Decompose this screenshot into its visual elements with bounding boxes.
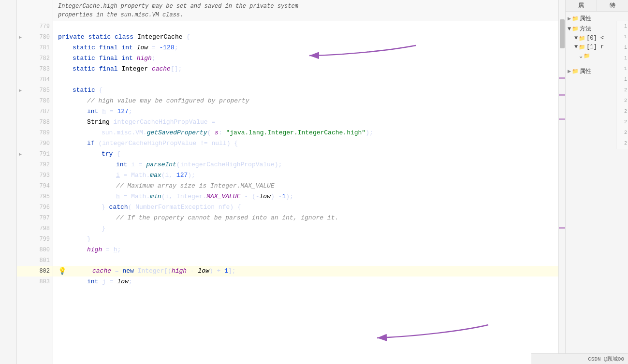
code-line-779 (53, 21, 558, 32)
line-num-792: 792 (17, 160, 53, 170)
code-line-794: // Maximum array size is Integer.MAX_VAL… (53, 181, 558, 191)
line-num-790: 790 (17, 138, 53, 149)
minimap-marker-1 (558, 77, 565, 79)
code-line-797: // If the property cannot be parsed into… (53, 213, 558, 223)
sidebar-item-1-label: [1] r (586, 44, 604, 50)
sidebar-method-label: 方法 (580, 25, 591, 33)
code-line-784 (53, 74, 558, 85)
line-num-801: 801 (17, 255, 53, 266)
code-line-796: } catch( NumberFormatException nfe) { (53, 202, 558, 213)
line-num-787: 787 (17, 106, 53, 117)
rnum-4: 1 (616, 53, 627, 64)
scroll-thumb[interactable] (560, 19, 565, 48)
line-num-800: 800 (17, 245, 53, 255)
minimap-marker-3 (558, 118, 565, 120)
line-num-795: 795 (17, 191, 53, 202)
code-line-798: } (53, 223, 558, 234)
code-line-803: int j = low; (53, 277, 558, 287)
code-line-802: 💡 cache = new Integer[(high - low) + 1]; (53, 266, 558, 277)
line-num-789: 789 (17, 128, 53, 138)
sidebar-tab-attr1[interactable]: 属 (566, 0, 597, 11)
code-line-795: h = Math.min(i, Integer.MAX_VALUE - (-lo… (53, 191, 558, 202)
code-line-800: high = h; (53, 245, 558, 255)
sidebar-attr-bottom-label: 属性 (580, 67, 591, 75)
line-num-785: 785 ▶ (17, 85, 53, 96)
code-line-799: } (53, 234, 558, 245)
line-num-786: 786 (17, 96, 53, 106)
code-line-783: static final Integer cache[]; (53, 64, 558, 74)
code-line-781: static final int low = -128; (53, 43, 558, 53)
line-num-782: 782 (17, 53, 53, 64)
code-line-782: static final int high; (53, 53, 558, 64)
line-num-797: 797 (17, 213, 53, 223)
right-numbers: 1 1 1 1 1 1 2 2 2 2 2 2 (616, 21, 628, 149)
status-text: CSDN @顾城00 (588, 355, 624, 363)
line-num-791: 791 ▶ (17, 149, 53, 160)
line-num-781: 781 (17, 43, 53, 53)
line-num-796: 796 (17, 202, 53, 213)
code-line-785: static { (53, 85, 558, 96)
rnum-10: 2 (616, 117, 627, 128)
code-line-792: int i = parseInt(integerCacheHighPropVal… (53, 160, 558, 170)
code-line-791: try { (53, 149, 558, 160)
code-line-801 (53, 255, 558, 266)
rnum-5: 1 (616, 64, 627, 74)
code-line-780: private static class IntegerCache { (53, 32, 558, 43)
code-line-793: i = Math.max(i, 127); (53, 170, 558, 181)
sidebar-attr-label: 属性 (580, 15, 591, 23)
lightbulb-icon[interactable]: 💡 (58, 266, 66, 277)
line-num-798: 798 (17, 223, 53, 234)
rnum-3: 1 (616, 43, 627, 53)
doc-comment: IntegerCache.high property may be set an… (53, 0, 558, 21)
minimap-marker-2 (558, 94, 565, 96)
code-lines: private static class IntegerCache { stat… (53, 21, 558, 364)
code-line-787: int h = 127; (53, 106, 558, 117)
left-gutter (0, 0, 17, 364)
line-num-788: 788 (17, 117, 53, 128)
rnum-1: 1 (616, 21, 627, 32)
sidebar-tab-attr2[interactable]: 特 (597, 0, 628, 11)
line-num-793: 793 (17, 170, 53, 181)
line-num-799: 799 (17, 234, 53, 245)
code-area: 779 780 ▶ 781 782 783 784 785 ▶ 786 787 … (17, 0, 565, 364)
rnum-6: 1 (616, 74, 627, 85)
right-sidebar: 属 特 ▶ 📁 属性 ▼ 📁 方法 ▼ 📁 [0] < (565, 0, 628, 364)
sidebar-item-0-label: [0] < (586, 35, 604, 42)
rnum-2: 1 (616, 32, 627, 43)
rnum-7: 2 (616, 85, 627, 96)
line-num-780: 780 ▶ (17, 32, 53, 43)
line-num-802: 802 (17, 266, 53, 277)
rnum-8: 2 (616, 96, 627, 106)
rnum-12: 2 (616, 138, 627, 149)
line-num-783: 783 (17, 64, 53, 74)
rnum-11: 2 (616, 128, 627, 138)
code-line-786: // high value may be configured by prope… (53, 96, 558, 106)
line-num-794: 794 (17, 181, 53, 191)
scroll-track[interactable] (558, 0, 565, 364)
line-num-803: 803 (17, 277, 53, 287)
line-num-779: 779 (17, 21, 53, 32)
minimap-marker-4 (558, 227, 565, 229)
line-numbers-col: 779 780 ▶ 781 782 783 784 785 ▶ 786 787 … (17, 21, 53, 287)
code-line-788: String integerCacheHighPropValue = (53, 117, 558, 128)
code-line-790: if (integerCacheHighPropValue != null) { (53, 138, 558, 149)
status-bar: CSDN @顾城00 (531, 353, 628, 364)
rnum-9: 2 (616, 106, 627, 117)
code-line-789: sun.misc.VM.getSavedProperty( s: "java.l… (53, 128, 558, 138)
line-num-784: 784 (17, 74, 53, 85)
